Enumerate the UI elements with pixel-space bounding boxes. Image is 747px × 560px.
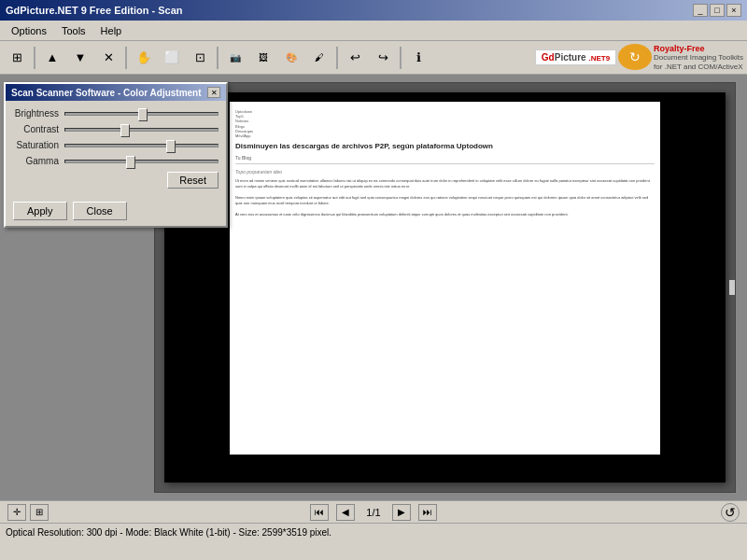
- doc-subheading: Tu Blog: [235, 155, 655, 164]
- doc-text-content: UptodownTop5NoticiasBlogsDescargasMóvilA…: [230, 102, 660, 455]
- close-toolbar-btn[interactable]: ✕: [95, 45, 121, 71]
- color-toolbar-btn[interactable]: 🎨: [278, 45, 304, 71]
- crop-toolbar-btn[interactable]: ⊡: [187, 45, 213, 71]
- window-close-button[interactable]: ×: [726, 4, 741, 17]
- separator-2: [125, 47, 127, 69]
- doc-right-margin: [660, 92, 726, 483]
- page-indicator: 1/1: [362, 507, 384, 518]
- last-page-button[interactable]: ⏭: [418, 504, 437, 521]
- select-toolbar-btn[interactable]: ⬜: [159, 45, 185, 71]
- doc-bottom-margin: [230, 455, 660, 483]
- menu-help[interactable]: Help: [93, 23, 130, 38]
- close-button[interactable]: Close: [73, 202, 127, 220]
- menu-bar: Options Tools Help: [0, 21, 747, 41]
- gamma-track[interactable]: [64, 160, 218, 163]
- contrast-thumb[interactable]: [120, 124, 130, 137]
- menu-tools[interactable]: Tools: [54, 23, 93, 38]
- separator-5: [400, 47, 402, 69]
- doc-header-text: UptodownTop5NoticiasBlogsDescargasMóvilA…: [235, 109, 655, 138]
- maximize-button[interactable]: □: [710, 4, 725, 17]
- doc-top-margin: [230, 92, 660, 102]
- title-bar: GdPicture.NET 9 Free Edition - Scan _ □ …: [0, 0, 747, 21]
- grid-icon[interactable]: ⊞: [30, 504, 49, 521]
- brightness-thumb[interactable]: [138, 108, 148, 121]
- contrast-row: Contrast: [13, 124, 218, 134]
- doc-byline: Topo porparariam ideo: [235, 169, 655, 175]
- scroll-marker: [729, 280, 735, 295]
- redo-toolbar-btn[interactable]: ↪: [370, 45, 396, 71]
- saturation-row: Saturation: [13, 140, 218, 150]
- dialog-title: Scan Scanner Software - Color Adjustment: [11, 88, 202, 98]
- hand-toolbar-btn[interactable]: ✋: [131, 45, 157, 71]
- preview-region: UptodownTop5NoticiasBlogsDescargasMóvilA…: [154, 82, 736, 493]
- menu-options[interactable]: Options: [4, 23, 54, 38]
- pan-icon[interactable]: ✛: [7, 504, 26, 521]
- status-bar: Optical Resolution: 300 dpi - Mode: Blac…: [0, 523, 747, 541]
- dialog-title-bar: Scan Scanner Software - Color Adjustment…: [6, 84, 226, 101]
- main-area: UptodownTop5NoticiasBlogsDescargasMóvilA…: [0, 75, 747, 500]
- bottom-left-icons: ✛ ⊞: [7, 504, 49, 521]
- document-image: UptodownTop5NoticiasBlogsDescargasMóvilA…: [164, 92, 726, 483]
- dialog-sliders: Brightness Contrast Saturation: [6, 101, 226, 196]
- saturation-thumb[interactable]: [166, 140, 176, 153]
- paint-toolbar-btn[interactable]: 🖌: [306, 45, 332, 71]
- color-adjustment-dialog: Scan Scanner Software - Color Adjustment…: [4, 82, 228, 228]
- first-page-button[interactable]: ⏮: [310, 504, 329, 521]
- apply-button[interactable]: Apply: [13, 202, 67, 220]
- contrast-track[interactable]: [64, 128, 218, 132]
- window-title: GdPicture.NET 9 Free Edition - Scan: [6, 5, 182, 16]
- separator-3: [217, 47, 218, 69]
- brand-logo: GdPicture .NET9: [535, 49, 616, 65]
- page-toolbar-btn[interactable]: ⊞: [4, 45, 30, 71]
- reset-button[interactable]: Reset: [167, 172, 218, 189]
- brand-description: Royalty-Free Document Imaging Toolkits f…: [654, 44, 743, 72]
- saturation-track[interactable]: [64, 144, 218, 147]
- up-toolbar-btn[interactable]: ▲: [39, 45, 65, 71]
- reset-row: Reset: [13, 172, 218, 189]
- saturation-label: Saturation: [13, 140, 64, 150]
- brand-area: GdPicture .NET9 ↻ Royalty-Free Document …: [535, 44, 743, 72]
- doc-body: Ut enim ad minim veniam quis nostrud exe…: [235, 178, 655, 217]
- prev-page-button[interactable]: ◀: [336, 504, 355, 521]
- main-toolbar: ⊞ ▲ ▼ ✕ ✋ ⬜ ⊡ 📷 🖼 🎨 🖌 ↩ ↪ ℹ GdPicture .N…: [0, 41, 747, 75]
- bottom-toolbar: ✛ ⊞ ⏮ ◀ 1/1 ▶ ⏭ ↺: [0, 500, 747, 523]
- down-toolbar-btn[interactable]: ▼: [67, 45, 93, 71]
- dialog-footer: Apply Close: [6, 196, 226, 226]
- brand-icon: ↻: [618, 44, 652, 70]
- info-toolbar-btn[interactable]: ℹ: [405, 45, 431, 71]
- dialog-close-x-button[interactable]: ✕: [207, 87, 220, 98]
- contrast-label: Contrast: [13, 124, 64, 134]
- separator-1: [34, 47, 35, 69]
- brightness-label: Brightness: [13, 108, 64, 119]
- brightness-track[interactable]: [64, 112, 218, 116]
- gamma-thumb[interactable]: [126, 156, 135, 169]
- refresh-button[interactable]: ↺: [721, 503, 740, 522]
- window-controls: _ □ ×: [693, 4, 741, 17]
- minimize-button[interactable]: _: [693, 4, 708, 17]
- next-page-button[interactable]: ▶: [392, 504, 411, 521]
- status-text: Optical Resolution: 300 dpi - Mode: Blac…: [6, 527, 331, 538]
- brightness-row: Brightness: [13, 108, 218, 119]
- separator-4: [336, 47, 338, 69]
- scan-toolbar-btn[interactable]: 📷: [222, 45, 248, 71]
- image-toolbar-btn[interactable]: 🖼: [250, 45, 276, 71]
- undo-toolbar-btn[interactable]: ↩: [342, 45, 368, 71]
- doc-headline: Disminuyen las descargas de archivos P2P…: [235, 142, 655, 151]
- gamma-row: Gamma: [13, 156, 218, 166]
- gamma-label: Gamma: [13, 156, 64, 166]
